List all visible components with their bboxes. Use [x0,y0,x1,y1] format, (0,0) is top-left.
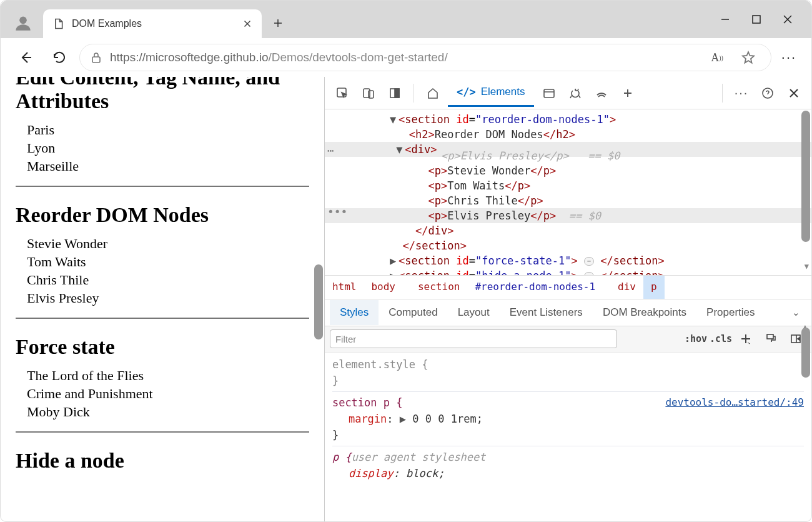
heading-force: Force state [16,335,309,359]
favorite-icon[interactable] [737,46,760,69]
rule-element-style[interactable]: element.style { [332,356,804,373]
svg-rect-8 [544,89,554,98]
breadcrumb-item[interactable]: html [325,276,364,299]
tab-event-listeners[interactable]: Event Listeners [500,300,593,325]
window-controls [716,11,811,38]
divider [16,318,309,319]
styles-body[interactable]: element.style { } section p { devtools-d… [325,353,811,523]
list-item: Chris Thile [27,272,309,288]
browser-tab[interactable]: DOM Examples [43,9,262,38]
list-item: Stevie Wonder [27,236,309,252]
sources-tab-icon[interactable] [564,82,587,104]
svg-rect-2 [92,57,100,63]
reload-button[interactable] [46,44,73,71]
lock-icon [91,52,101,63]
devtools-toolbar: </> Elements ··· [325,77,811,109]
close-devtools-button[interactable] [783,82,805,104]
new-rule-button[interactable] [735,329,756,348]
page-icon [52,18,64,30]
tab-label: Elements [481,86,525,98]
ua-stylesheet-label: user agent stylesheet [352,449,486,465]
breadcrumb-item[interactable]: body [364,276,403,299]
source-link[interactable]: devtools-do…started/:49 [665,394,804,411]
list-item: Crime and Punishment [27,386,309,402]
minimize-button[interactable] [716,11,734,28]
list-item: Moby Dick [27,404,309,420]
scroll-down-icon[interactable]: ▼ [805,259,809,274]
new-tab-button[interactable] [264,9,292,37]
styles-tabbar: Styles Computed Layout Event Listeners D… [325,299,811,326]
css-property[interactable]: margin: ▶ 0 0 0 1rem; [332,411,804,427]
profile-avatar[interactable] [12,12,34,34]
page-pane: Edit Content, Tag Name, and Attributes P… [1,77,325,522]
scrollbar-thumb[interactable] [314,264,323,339]
code-icon: </> [457,86,476,98]
list-reorder: Stevie Wonder Tom Waits Chris Thile Elvi… [27,236,309,306]
tab-elements[interactable]: </> Elements [448,79,534,107]
row-actions-icon[interactable]: ••• [327,204,348,219]
dock-icon[interactable] [384,82,406,104]
address-bar: https://microsoftedge.github.io/Demos/de… [1,38,811,77]
list-item: Tom Waits [27,254,309,270]
console-tab-icon[interactable] [538,82,560,104]
list-item: Paris [27,122,309,138]
heading-edit: Edit Content, Tag Name, and Attributes [16,77,309,113]
dom-tree[interactable]: ▲ ▼<section id="reorder-dom-nodes-1"> <h… [325,109,811,275]
rule-section-p[interactable]: section p { devtools-do…started/:49 [332,391,804,411]
css-property[interactable]: display: block; [332,465,804,481]
list-item: Lyon [27,140,309,156]
welcome-tab-icon[interactable] [422,82,444,104]
content-area: Edit Content, Tag Name, and Attributes P… [1,77,811,522]
more-menu-button[interactable]: ··· [778,46,800,69]
tab-computed[interactable]: Computed [379,300,447,325]
inspect-icon[interactable] [331,82,354,104]
cls-button[interactable]: .cls [710,329,731,348]
hov-button[interactable]: :hov [685,329,706,348]
more-tabs-button[interactable] [616,82,639,104]
devtools-panel: </> Elements ··· ▲ ▼<section id="reorder… [325,77,811,522]
list-item: Marseille [27,158,309,174]
divider [16,431,309,433]
close-window-button[interactable] [779,11,796,28]
paint-icon[interactable] [760,329,781,348]
divider [16,186,309,187]
breadcrumb-item[interactable]: section#reorder-dom-nodes-1 [403,276,610,299]
help-icon[interactable] [756,82,779,104]
url-input[interactable]: https://microsoftedge.github.io/Demos/de… [79,44,771,71]
titlebar: DOM Examples [1,1,811,38]
tab-properties[interactable]: Properties [696,300,765,325]
list-item: Elvis Presley [27,290,309,306]
list-force: The Lord of the Flies Crime and Punishme… [27,368,309,420]
svg-rect-10 [767,334,773,339]
list-edit: Paris Lyon Marseille [27,122,309,174]
rule-p[interactable]: p { user agent stylesheet [332,446,804,465]
list-item: The Lord of the Flies [27,368,309,384]
tab-dom-breakpoints[interactable]: DOM Breakpoints [593,300,696,325]
chevron-down-icon[interactable]: ⌄ [786,307,806,318]
read-aloud-icon[interactable]: A)) [706,46,728,69]
breadcrumb-item[interactable]: div [610,276,643,299]
settings-more-icon[interactable]: ··· [730,82,753,104]
dom-breadcrumb: html body section#reorder-dom-nodes-1 di… [325,275,811,299]
tab-close-button[interactable] [242,18,253,29]
styles-toolbar: Filter :hov .cls ▲ [325,326,811,353]
heading-reorder: Reorder DOM Nodes [16,203,309,227]
scrollbar-thumb[interactable] [801,111,810,242]
svg-rect-7 [395,89,399,98]
breadcrumb-item[interactable]: p [643,276,665,299]
tab-styles[interactable]: Styles [330,300,379,325]
heading-hide: Hide a node [16,449,309,473]
back-button[interactable] [12,44,39,71]
svg-point-0 [19,17,27,24]
tab-layout[interactable]: Layout [448,300,500,325]
tab-title: DOM Examples [72,18,234,29]
page-scroll[interactable]: Edit Content, Tag Name, and Attributes P… [1,77,324,522]
row-actions-icon[interactable]: ⋯ [327,143,334,158]
network-tab-icon[interactable] [590,82,613,104]
svg-rect-1 [753,16,760,23]
maximize-button[interactable] [748,11,765,28]
url-text: https://microsoftedge.github.io/Demos/de… [110,51,697,64]
filter-input[interactable]: Filter [330,329,617,348]
device-toggle-icon[interactable] [357,82,380,104]
